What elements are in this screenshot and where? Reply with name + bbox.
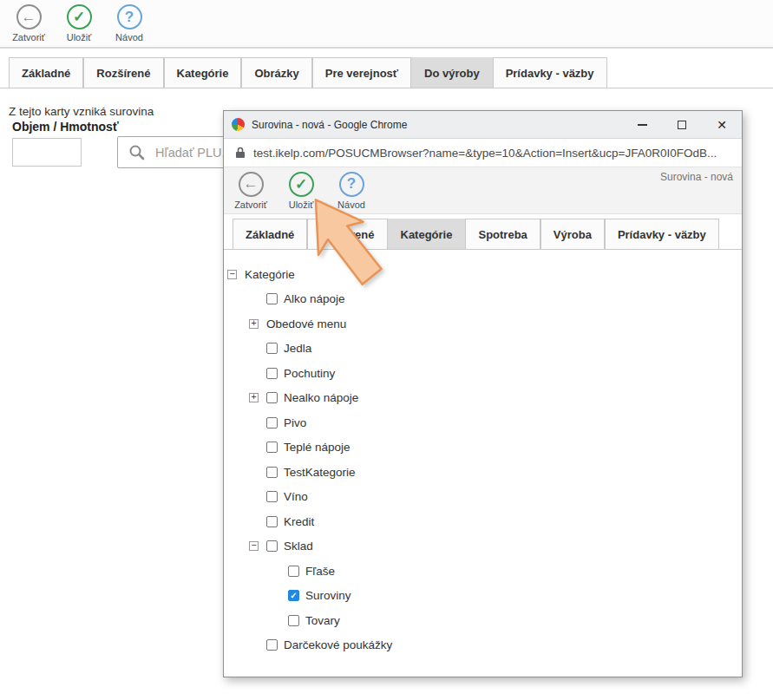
main-toolbar: ←Zatvoriť✓Uložiť?Návod [0, 0, 773, 49]
close-icon: ✕ [717, 119, 727, 131]
collapse-icon[interactable]: − [249, 541, 259, 551]
tree-item: Alko nápoje [226, 287, 742, 312]
back-arrow-icon: ← [239, 172, 264, 197]
close-button[interactable]: ←Zatvoriť [226, 172, 276, 210]
tree-item-label[interactable]: Teplé nápoje [284, 441, 350, 454]
category-tree: −KategórieAlko nápoje+Obedové menuJedlaP… [224, 250, 742, 657]
checkbox[interactable] [288, 566, 299, 577]
checkbox[interactable] [266, 293, 278, 304]
tree-item-label[interactable]: Nealko nápoje [284, 391, 358, 404]
checkbox[interactable] [266, 467, 278, 478]
info-text: Z tejto karty vzniká surovina [9, 105, 154, 118]
url-text: test.ikelp.com/POSUCMBrowser?name=&type=… [253, 147, 717, 160]
tree-item-label[interactable]: Fľaše [305, 565, 335, 578]
checkbox[interactable] [266, 639, 278, 651]
maximize-icon [678, 121, 686, 129]
toolbar-button-label: Zatvoriť [12, 32, 45, 43]
save-button[interactable]: ✓Uložiť [276, 172, 326, 210]
maximize-button[interactable] [662, 111, 702, 138]
close-button[interactable]: ←Zatvoriť [3, 4, 54, 43]
check-circle-icon: ✓ [289, 172, 314, 197]
tree-item-label[interactable]: TestKategorie [284, 466, 356, 479]
tree-item-label[interactable]: Obedové menu [266, 317, 346, 330]
expander-slot: − [227, 270, 245, 279]
ikelp-favicon-icon [232, 118, 245, 131]
tree-item: Tovary [226, 608, 742, 633]
tree-item-label[interactable]: Víno [284, 490, 308, 503]
question-circle-icon: ? [117, 4, 142, 29]
toolbar-button-label: Návod [115, 32, 143, 43]
tab-pre-verejnost[interactable]: Pre verejnosť [312, 57, 411, 88]
popup-toolbar: ←Zatvoriť✓Uložiť?Návod Surovina - nová [224, 167, 742, 214]
checkbox[interactable] [266, 516, 278, 527]
tree-item-label[interactable]: Suroviny [305, 589, 351, 602]
volume-weight-input[interactable] [12, 138, 82, 167]
checkbox[interactable] [266, 540, 278, 552]
help-button[interactable]: ?Návod [326, 172, 377, 210]
tree-item: Pivo [226, 410, 742, 435]
toolbar-button-label: Návod [337, 200, 365, 210]
popup-tab-spotreba[interactable]: Spotreba [465, 219, 540, 249]
popup-window: Surovina - nová - Google Chrome ✕ test.i… [223, 110, 743, 677]
tree-item: +Nealko nápoje [226, 386, 742, 411]
tree-item: Teplé nápoje [226, 435, 742, 461]
tree-item: Kredit [226, 509, 742, 534]
checkbox[interactable] [266, 491, 278, 502]
popup-titlebar[interactable]: Surovina - nová - Google Chrome ✕ [224, 111, 742, 139]
tab-pridavky-vazby[interactable]: Prídavky - väzby [493, 57, 607, 88]
help-button[interactable]: ?Návod [104, 4, 154, 43]
tree-item-label[interactable]: Kredit [284, 515, 314, 528]
toolbar-button-label: Uložiť [289, 200, 314, 210]
window-controls: ✕ [622, 111, 742, 138]
tree-item-label[interactable]: Pivo [284, 416, 306, 429]
tree-item-label[interactable]: Tovary [305, 614, 340, 627]
expander-slot: + [249, 393, 266, 402]
search-icon [128, 144, 145, 160]
close-window-button[interactable]: ✕ [702, 111, 742, 138]
toolbar-button-label: Uložiť [67, 32, 92, 43]
tree-item-label[interactable]: Alko nápoje [284, 292, 345, 305]
checkbox[interactable] [266, 442, 278, 453]
checkbox[interactable] [266, 343, 278, 354]
popup-tab-kategorie[interactable]: Kategórie [388, 219, 466, 249]
checkbox[interactable]: ✓ [288, 590, 299, 601]
tab-kategorie[interactable]: Kategórie [164, 57, 242, 88]
tree-item-label[interactable]: Jedla [284, 342, 311, 355]
tree-item: −Sklad [226, 534, 742, 559]
checkbox[interactable] [266, 392, 278, 403]
volume-weight-label: Objem / Hmotnosť [12, 120, 119, 134]
tree-item-label[interactable]: Sklad [284, 540, 313, 553]
tab-obrazky[interactable]: Obrázky [241, 57, 311, 88]
tree-item: Pochutiny [226, 361, 742, 386]
url-bar[interactable]: test.ikelp.com/POSUCMBrowser?name=&type=… [224, 139, 742, 167]
tree-item: +Obedové menu [226, 311, 742, 337]
expand-icon[interactable]: + [249, 393, 259, 402]
popup-tab-pridavky-vazby[interactable]: Prídavky - väzby [605, 219, 719, 249]
check-circle-icon: ✓ [67, 4, 92, 29]
minimize-button[interactable] [622, 111, 662, 138]
tab-do-vyroby[interactable]: Do výroby [411, 57, 493, 88]
tree-item: Fľaše [226, 559, 742, 584]
tree-item-label[interactable]: Pochutiny [284, 367, 335, 380]
toolbar-button-label: Zatvoriť [234, 200, 267, 210]
collapse-icon[interactable]: − [227, 270, 237, 279]
save-button[interactable]: ✓Uložiť [54, 4, 104, 43]
tab-rozsirene[interactable]: Rozšírené [83, 57, 163, 88]
tree-item-label[interactable]: Darčekové poukážky [284, 638, 392, 651]
tree-item: Jedla [226, 337, 742, 362]
back-arrow-icon: ← [16, 4, 42, 29]
checkbox[interactable] [288, 615, 299, 626]
popup-tab-bar: ZákladnéRozšírenéKategórieSpotrebaVýroba… [224, 214, 742, 250]
tree-item-label[interactable]: Kategórie [245, 268, 295, 281]
popup-tab-rozsirene[interactable]: Rozšírené [307, 219, 387, 249]
checkbox[interactable] [266, 417, 278, 429]
tab-zakladne[interactable]: Základné [9, 57, 83, 88]
checkbox[interactable] [266, 368, 278, 379]
popup-toolbar-buttons: ←Zatvoriť✓Uložiť?Návod [226, 172, 377, 210]
page-title: Surovina - nová [660, 171, 733, 183]
minimize-icon [638, 124, 647, 126]
popup-tab-vyroba[interactable]: Výroba [540, 219, 605, 249]
main-tab-bar: ZákladnéRozšírenéKategórieObrázkyPre ver… [0, 57, 773, 88]
expand-icon[interactable]: + [249, 319, 259, 329]
popup-tab-zakladne[interactable]: Základné [233, 219, 307, 249]
